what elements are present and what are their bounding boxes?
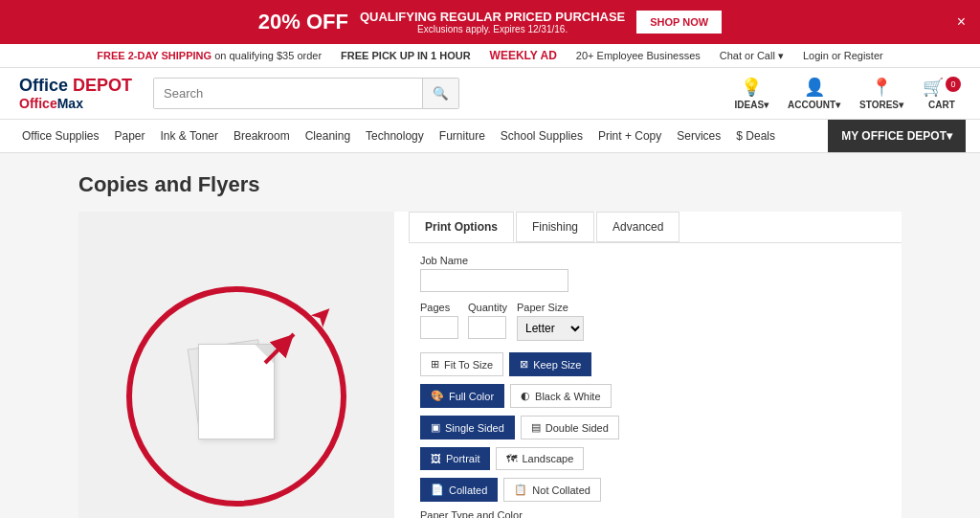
not-collated-icon: 📋 — [514, 484, 527, 496]
job-name-input[interactable] — [420, 269, 568, 292]
size-option-row: ⊞ Fit To Size ⊠ Keep Size — [420, 352, 890, 376]
nav-furniture[interactable]: Furniture — [432, 120, 493, 152]
logo-office-depot: Office DEPOT — [19, 76, 134, 96]
single-icon: ▣ — [431, 421, 440, 434]
stores-icon: 📍 — [871, 77, 892, 98]
shop-now-button[interactable]: SHOP NOW — [636, 11, 722, 34]
site-header: Office DEPOT OfficeMax 🔍 💡 IDEAS▾ 👤 ACCO… — [0, 68, 980, 120]
bw-button[interactable]: ◐ Black & White — [510, 384, 611, 408]
search-button[interactable]: 🔍 — [422, 79, 458, 108]
keep-icon: ⊠ — [520, 358, 528, 371]
fit-icon: ⊞ — [431, 358, 439, 371]
search-container: 🔍 — [153, 78, 459, 109]
promo-banner: 20% OFF QUALIFYING REGULAR PRICED PURCHA… — [0, 0, 980, 44]
single-label: Single Sided — [445, 422, 504, 434]
nav-ink-toner[interactable]: Ink & Toner — [153, 120, 226, 152]
paper-type-section: Paper Type and Color Standard Whites - 2… — [420, 509, 890, 518]
paper-size-label: Paper Size — [517, 302, 584, 313]
tab-advanced[interactable]: Advanced — [596, 212, 679, 242]
nav-breakroom[interactable]: Breakroom — [226, 120, 298, 152]
full-color-label: Full Color — [449, 391, 494, 402]
search-input[interactable] — [154, 79, 422, 108]
quantity-label: Quantity — [468, 302, 507, 313]
nav-services[interactable]: Services — [669, 120, 728, 152]
offer-main-text: QUALIFYING REGULAR PRICED PURCHASE — [360, 10, 625, 24]
employee-text: 20+ Employee Businesses — [576, 50, 701, 61]
account-button[interactable]: 👤 ACCOUNT▾ — [788, 77, 840, 110]
quantity-group: Quantity 1 — [468, 302, 507, 339]
product-area: ➤ Upload Your Files ▼ Your document: No … — [78, 212, 902, 518]
header-actions: 💡 IDEAS▾ 👤 ACCOUNT▾ 📍 STORES▾ 🛒0 CART — [735, 77, 962, 110]
portrait-label: Portrait — [446, 453, 479, 464]
ideas-button[interactable]: 💡 IDEAS▾ — [735, 77, 769, 110]
nav-cleaning[interactable]: Cleaning — [298, 120, 358, 152]
bw-icon: ◐ — [521, 390, 530, 402]
not-collated-label: Not Collated — [532, 484, 590, 496]
nav-technology[interactable]: Technology — [358, 120, 432, 152]
weekly-ad-link[interactable]: WEEKLY AD — [490, 49, 557, 62]
collated-option-row: 📄 Collated 📋 Not Collated — [420, 478, 890, 502]
bw-label: Black & White — [535, 391, 600, 402]
job-name-label: Job Name — [420, 255, 890, 266]
offer-details: QUALIFYING REGULAR PRICED PURCHASE Exclu… — [360, 10, 625, 34]
collated-button[interactable]: 📄 Collated — [420, 478, 498, 502]
shipping-condition: on qualifying $35 order — [214, 50, 322, 61]
cart-label: CART — [928, 100, 955, 110]
logo[interactable]: Office DEPOT OfficeMax — [19, 76, 134, 111]
collated-icon: 📄 — [431, 484, 444, 496]
job-name-group: Job Name — [420, 255, 890, 292]
pages-quantity-row: Pages 1 Quantity 1 Paper Size Letter Leg… — [420, 302, 890, 341]
paper-size-group: Paper Size Letter Legal A4 — [517, 302, 584, 341]
paper-size-select[interactable]: Letter Legal A4 — [517, 316, 584, 341]
quantity-input[interactable]: 1 — [468, 316, 506, 339]
stores-button[interactable]: 📍 STORES▾ — [859, 77, 903, 110]
tab-finishing[interactable]: Finishing — [516, 212, 594, 242]
pickup-text: FREE PICK UP IN 1 HOUR — [341, 50, 471, 61]
pages-group: Pages 1 — [420, 302, 458, 339]
not-collated-button[interactable]: 📋 Not Collated — [503, 478, 601, 502]
sided-option-row: ▣ Single Sided ▤ Double Sided — [420, 416, 890, 439]
portrait-button[interactable]: 🖼 Portrait — [420, 447, 490, 470]
cart-count: 0 — [946, 77, 961, 92]
ideas-label: IDEAS▾ — [735, 100, 769, 110]
nav-office-supplies[interactable]: Office Supplies — [14, 120, 107, 152]
tab-print-options[interactable]: Print Options — [409, 212, 514, 242]
double-sided-button[interactable]: ▤ Double Sided — [521, 416, 619, 439]
offer-fine-print: Exclusions apply. Expires 12/31/16. — [360, 24, 625, 34]
cart-button[interactable]: 🛒0 CART — [923, 77, 961, 110]
pages-label: Pages — [420, 302, 458, 313]
nav-print-copy[interactable]: Print + Copy — [590, 120, 669, 152]
upload-circle: ➤ — [126, 286, 346, 507]
login-link[interactable]: Login or Register — [803, 50, 883, 61]
options-panel: Print Options Finishing Advanced Job Nam… — [409, 212, 902, 518]
stores-label: STORES▾ — [859, 100, 903, 110]
ideas-icon: 💡 — [741, 77, 762, 98]
nav-school-supplies[interactable]: School Supplies — [493, 120, 590, 152]
full-color-icon: 🎨 — [431, 390, 444, 402]
my-office-depot-button[interactable]: MY OFFICE DEPOT▾ — [828, 120, 966, 152]
portrait-icon: 🖼 — [431, 453, 441, 464]
single-sided-button[interactable]: ▣ Single Sided — [420, 416, 515, 439]
nav-bar: Office Supplies Paper Ink & Toner Breakr… — [0, 120, 980, 153]
full-color-button[interactable]: 🎨 Full Color — [420, 384, 504, 408]
double-icon: ▤ — [531, 421, 541, 434]
account-label: ACCOUNT▾ — [788, 100, 840, 110]
landscape-button[interactable]: 🗺 Landscape — [496, 447, 584, 470]
account-icon: 👤 — [804, 77, 825, 98]
page-content: Copies and Flyers — [59, 172, 921, 518]
tab-print-options-content: Job Name Pages 1 Quantity 1 Paper Size — [409, 243, 902, 518]
page-title: Copies and Flyers — [78, 172, 902, 197]
chat-link[interactable]: Chat or Call ▾ — [720, 50, 784, 62]
color-option-row: 🎨 Full Color ◐ Black & White — [420, 384, 890, 408]
keep-label: Keep Size — [533, 359, 581, 371]
nav-deals[interactable]: $ Deals — [728, 120, 783, 152]
shipping-highlight: FREE 2-DAY SHIPPING — [97, 50, 212, 61]
banner-close-button[interactable]: × — [957, 13, 966, 31]
discount-text: 20% OFF — [258, 10, 348, 34]
tabs: Print Options Finishing Advanced — [409, 212, 902, 243]
pages-input[interactable]: 1 — [420, 316, 458, 339]
keep-size-button[interactable]: ⊠ Keep Size — [509, 352, 591, 376]
double-label: Double Sided — [546, 422, 609, 434]
nav-paper[interactable]: Paper — [107, 120, 153, 152]
fit-to-size-button[interactable]: ⊞ Fit To Size — [420, 352, 503, 376]
